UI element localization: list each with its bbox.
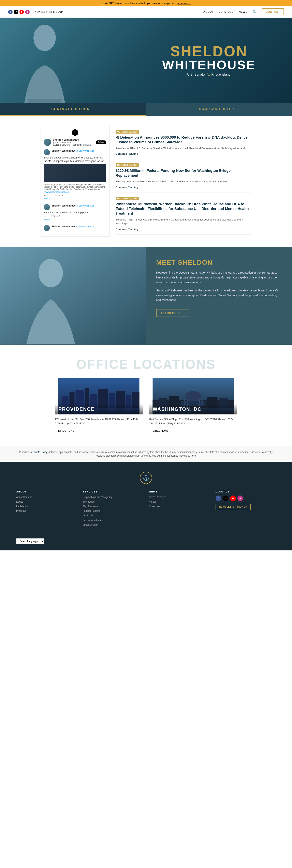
hero-title-block: SHELDON WHITEHOUSE U.S. Senator for Rhod…: [162, 44, 256, 76]
providence-info: 170 Westminster St., Ste. 200 Providence…: [55, 417, 143, 426]
hero-cta-section: CONTACT SHELDON → HOW CAN I HELP? →: [0, 103, 292, 116]
dc-fax: Fax: (202) 228-6362: [161, 422, 185, 425]
tweet-actions-1: ↩ 31 ♡ 11 ↗ 13: [44, 194, 106, 197]
office-section-title: OFFICE LOCATIONS: [16, 357, 276, 372]
twitter-avatar: [44, 138, 51, 146]
twitter-header: ✕: [44, 129, 106, 136]
footer-services-federal[interactable]: Help with a Federal Agency: [83, 496, 143, 499]
footer-about-issues[interactable]: Issues: [16, 500, 77, 504]
tweet-handle-2: @SenWhitehouse: [76, 205, 94, 207]
news-excerpt-1: Providence, RI – U.S. Senators Sheldon W…: [116, 146, 252, 150]
nav-services[interactable]: SERVICES: [219, 10, 234, 13]
nav-about[interactable]: ABOUT: [203, 10, 214, 13]
top-navigation: f ✕ ▶ ◉ NEWSLETTER SIGNUP ABOUT SERVICES…: [0, 6, 292, 18]
tweet-handle-1: @SenWhitehouse: [76, 150, 94, 152]
how-can-i-help-button[interactable]: HOW CAN I HELP? →: [146, 103, 292, 116]
footer-twitter-icon[interactable]: ✕: [223, 496, 229, 501]
alert-message: A new federal law can help you save on e…: [115, 2, 177, 5]
dc-label: WASHINGTON, DC: [149, 404, 237, 414]
senate-policy-link[interactable]: Senate Policy: [32, 451, 47, 454]
meet-image: [0, 247, 146, 345]
meet-para-2: Senator Whitehouse has been at the cente…: [156, 288, 282, 303]
footer-news-pressreleases[interactable]: Press Releases: [149, 496, 209, 499]
office-card-providence: PROVIDENCE 170 Westminster St., Ste. 200…: [55, 378, 143, 434]
office-grid: PROVIDENCE 170 Westminster St., Ste. 200…: [55, 378, 237, 434]
tweet-source-1[interactable]: www.washingtonpost.com: [44, 191, 69, 193]
footer-newsletter-button[interactable]: NEWSLETTER SIGNUP: [215, 504, 251, 510]
contact-sheldon-button[interactable]: CONTACT SHELDON →: [0, 103, 146, 116]
footer-youtube-icon[interactable]: ▶: [230, 496, 236, 501]
follow-button[interactable]: Follow: [96, 141, 106, 144]
facebook-icon[interactable]: f: [8, 10, 12, 14]
nav-news[interactable]: NEWS: [239, 10, 247, 13]
hero-name-line1: SHELDON: [162, 44, 256, 59]
dc-address2: Washington, DC 20510: [189, 418, 217, 421]
footer-services-academies[interactable]: Service Academies: [83, 519, 143, 522]
footer-services-email[interactable]: Email Sheldon: [83, 523, 143, 527]
footer-about-sheldon[interactable]: About Sheldon: [16, 496, 77, 499]
tweet-name-3: Sheldon Whitehouse: [52, 225, 76, 228]
alert-link[interactable]: Learn more.: [177, 2, 191, 5]
footer-services-funding[interactable]: Federal Funding: [83, 509, 143, 513]
footer-about-legislation[interactable]: Legislation: [16, 505, 77, 508]
continue-reading-3[interactable]: Continue Reading: [116, 227, 138, 230]
footer-news-videos[interactable]: Videos: [149, 500, 209, 504]
instagram-icon[interactable]: ◉: [25, 10, 30, 14]
newsletter-signup-link[interactable]: NEWSLETTER SIGNUP: [33, 11, 63, 13]
youtube-icon[interactable]: ▶: [20, 10, 24, 14]
hero-content: SHELDON WHITEHOUSE U.S. Senator for Rhod…: [0, 18, 292, 103]
alert-label: ALERT:: [105, 2, 114, 5]
continue-reading-1[interactable]: Continue Reading: [116, 152, 138, 155]
footer-instagram-icon[interactable]: ◉: [237, 496, 243, 501]
learn-more-button[interactable]: LEARN MORE →: [156, 309, 189, 317]
footer-news-heading: NEWS: [149, 490, 209, 493]
meet-sheldon-section: MEET SHELDON Representing the Ocean Stat…: [0, 247, 292, 345]
tweet-1: Sheldon Whitehouse @SenWhitehouse Even t…: [44, 147, 106, 202]
tweet-caption-1: Project 2025 ex-director condemns Herita…: [44, 184, 106, 190]
tweet-2: Sheldon Whitehouse @SenWhitehouse Hydroc…: [44, 202, 106, 223]
footer: ⚓ ABOUT About Sheldon Issues Legislation…: [0, 462, 292, 551]
meet-title: MEET SHELDON: [156, 259, 282, 266]
contact-button[interactable]: CONTACT: [262, 8, 284, 16]
footer-services-flags[interactable]: Flag Requests: [83, 505, 143, 508]
footer-news-column: NEWS Press Releases Videos Speeches: [149, 490, 209, 528]
twitter-profile: Sheldon Whitehouse @SenWhitehouse 25,192…: [44, 138, 106, 146]
news-date-3: OCTOBER 15, 2024: [116, 197, 139, 200]
language-selector[interactable]: Select Language English Español Portuguê…: [16, 538, 44, 544]
svg-rect-1: [28, 99, 61, 103]
twitter-x-icon: ✕: [72, 129, 78, 136]
news-item-2: OCTOBER 16, 2024 $220.98 Million in Fede…: [116, 159, 252, 192]
news-excerpt-3: Senators' TREATS Act would make permanen…: [116, 218, 252, 225]
footer-news-speeches[interactable]: Speeches: [149, 505, 209, 508]
hero-name-line2: WHITEHOUSE: [162, 59, 256, 71]
office-card-dc: WASHINGTON, DC Hart Senate Office Bldg.,…: [149, 378, 237, 434]
footer-services-column: SERVICES Help with a Federal Agency Inte…: [83, 490, 143, 528]
tweet-source-label-2: Twitter: [44, 218, 106, 221]
providence-label: PROVIDENCE: [55, 404, 143, 414]
footer-social-icons: f ✕ ▶ ◉: [215, 496, 276, 501]
footer-services-visitingdc[interactable]: Visiting DC: [83, 514, 143, 517]
office-locations-section: OFFICE LOCATIONS: [0, 345, 292, 446]
hero-section: SHELDON WHITEHOUSE U.S. Senator for Rhod…: [0, 18, 292, 103]
footer-services-internships[interactable]: Internships: [83, 500, 143, 504]
policy-banner: Pursuant to Senate Policy, petitions, op…: [0, 446, 292, 462]
twitter-icon[interactable]: ✕: [14, 10, 18, 14]
footer-about-presskit[interactable]: Press Kit: [16, 509, 77, 513]
meet-content: MEET SHELDON Representing the Ocean Stat…: [146, 247, 292, 345]
providence-directions-button[interactable]: DIRECTIONS →: [55, 428, 81, 434]
dc-info: Hart Senate Office Bldg., Rm. 530 Washin…: [149, 417, 237, 426]
twitter-profile-info: Sheldon Whitehouse @SenWhitehouse 25,192…: [53, 138, 91, 146]
tweet-handle-3: @SenWhitehouse: [76, 225, 94, 228]
dc-directions-button[interactable]: DIRECTIONS →: [149, 428, 175, 434]
tweet-name-1: Sheldon Whitehouse: [52, 149, 76, 152]
meet-para-1: Representing the Ocean State, Sheldon Wh…: [156, 270, 282, 285]
unsubscribe-link[interactable]: here: [191, 454, 196, 457]
news-title-1: RI Delegation Announces $600,000 to Redu…: [116, 135, 252, 145]
footer-facebook-icon[interactable]: f: [215, 496, 221, 501]
news-excerpt-2: Building on previous Mega award, new $95…: [116, 180, 252, 184]
news-date-1: OCTOBER 17, 2024: [116, 130, 139, 133]
search-icon[interactable]: 🔍: [253, 10, 257, 14]
continue-reading-2[interactable]: Continue Reading: [116, 186, 138, 189]
footer-grid: ABOUT About Sheldon Issues Legislation P…: [16, 490, 276, 528]
tweet-name-2: Sheldon Whitehouse: [52, 204, 76, 207]
